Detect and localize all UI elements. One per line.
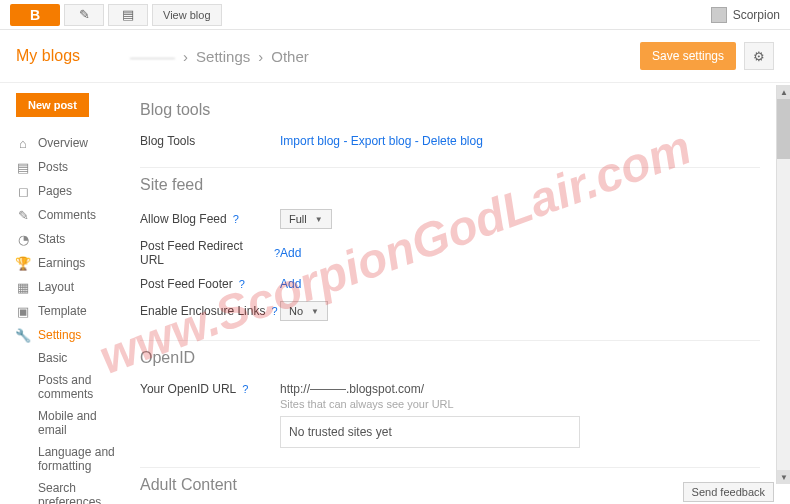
pencil-button[interactable]: ✎ (64, 4, 104, 26)
subnav-language[interactable]: Language and formatting (38, 441, 120, 477)
row-redirect-url: Post Feed Redirect URL? Add (140, 234, 760, 272)
header-actions: Save settings ⚙ (640, 42, 774, 70)
posts-icon: ▤ (16, 160, 30, 174)
row-feed-footer: Post Feed Footer? Add (140, 272, 760, 296)
row-blog-tools: Blog Tools Import blog - Export blog - D… (140, 129, 760, 153)
openid-value-block: http://———.blogspot.com/ Sites that can … (280, 382, 580, 448)
sidebar-item-comments[interactable]: ✎Comments (16, 203, 120, 227)
subnav-mobile-email[interactable]: Mobile and email (38, 405, 120, 441)
topbar-left: B ✎ ▤ View blog (10, 4, 222, 26)
main: New post ⌂Overview ▤Posts ◻Pages ✎Commen… (0, 83, 790, 502)
breadcrumb-other: Other (271, 48, 309, 65)
import-blog-link[interactable]: Import blog (280, 134, 340, 148)
scroll-thumb[interactable] (777, 99, 790, 159)
send-feedback-button[interactable]: Send feedback (683, 482, 774, 502)
redirect-add-link[interactable]: Add (280, 246, 301, 260)
sidebar-item-overview[interactable]: ⌂Overview (16, 131, 120, 155)
settings-subnav: Basic Posts and comments Mobile and emai… (16, 347, 120, 504)
openid-label: Your OpenID URL (140, 382, 236, 396)
footer-add-link[interactable]: Add (280, 277, 301, 291)
home-icon: ⌂ (16, 136, 30, 150)
divider (140, 340, 760, 341)
posts-list-button[interactable]: ▤ (108, 4, 148, 26)
breadcrumb-sep: › (183, 48, 188, 65)
earnings-icon: 🏆 (16, 256, 30, 270)
sidebar-item-stats[interactable]: ◔Stats (16, 227, 120, 251)
delete-blog-link[interactable]: Delete blog (422, 134, 483, 148)
section-openid-title: OpenID (140, 349, 760, 367)
sidebar-item-layout[interactable]: ▦Layout (16, 275, 120, 299)
topbar: B ✎ ▤ View blog Scorpion (0, 0, 790, 30)
layout-icon: ▦ (16, 280, 30, 294)
enclosure-dropdown[interactable]: No▼ (280, 301, 328, 321)
avatar (711, 7, 727, 23)
row-allow-feed: Allow Blog Feed? Full▼ (140, 204, 760, 234)
sidebar-item-label: Layout (38, 280, 74, 294)
divider (140, 467, 760, 468)
scrollbar[interactable]: ▲ ▼ (776, 85, 790, 484)
pencil-icon: ✎ (79, 7, 90, 22)
allow-feed-label: Allow Blog Feed (140, 212, 227, 226)
row-openid: Your OpenID URL? http://———.blogspot.com… (140, 377, 760, 453)
openid-subtext: Sites that can always see your URL (280, 398, 580, 410)
list-icon: ▤ (122, 7, 134, 22)
my-blogs-link[interactable]: My blogs (16, 47, 80, 65)
sidebar-item-label: Pages (38, 184, 72, 198)
scroll-up-arrow[interactable]: ▲ (777, 85, 790, 99)
sidebar-item-earnings[interactable]: 🏆Earnings (16, 251, 120, 275)
divider (140, 167, 760, 168)
footer-label: Post Feed Footer (140, 277, 233, 291)
stats-icon: ◔ (16, 232, 30, 246)
breadcrumb: ——— › Settings › Other (130, 48, 309, 65)
user-menu[interactable]: Scorpion (711, 7, 780, 23)
wrench-icon: 🔧 (16, 328, 30, 342)
section-blog-tools-title: Blog tools (140, 101, 760, 119)
sidebar-item-label: Stats (38, 232, 65, 246)
breadcrumb-settings[interactable]: Settings (196, 48, 250, 65)
scroll-down-arrow[interactable]: ▼ (777, 470, 790, 484)
view-blog-button[interactable]: View blog (152, 4, 222, 26)
help-icon[interactable]: ? (271, 305, 277, 317)
dropdown-value: No (289, 305, 303, 317)
header: My blogs ——— › Settings › Other Save set… (0, 30, 790, 83)
subnav-basic[interactable]: Basic (38, 347, 120, 369)
enclosure-label: Enable Enclosure Links (140, 304, 265, 318)
subnav-search[interactable]: Search preferences (38, 477, 120, 504)
export-blog-link[interactable]: Export blog (351, 134, 412, 148)
allow-feed-dropdown[interactable]: Full▼ (280, 209, 332, 229)
trusted-sites-box: No trusted sites yet (280, 416, 580, 448)
blog-tools-label: Blog Tools (140, 134, 280, 148)
openid-url: http://———.blogspot.com/ (280, 382, 580, 396)
content: Blog tools Blog Tools Import blog - Expo… (120, 83, 790, 502)
row-enclosure: Enable Enclosure Links? No▼ (140, 296, 760, 326)
section-adult-title: Adult Content (140, 476, 760, 494)
help-icon[interactable]: ? (242, 383, 248, 395)
sidebar-item-pages[interactable]: ◻Pages (16, 179, 120, 203)
sidebar-item-label: Earnings (38, 256, 85, 270)
breadcrumb-sep: › (258, 48, 263, 65)
sidebar-item-settings[interactable]: 🔧Settings (16, 323, 120, 347)
template-icon: ▣ (16, 304, 30, 318)
blog-tools-links: Import blog - Export blog - Delete blog (280, 134, 483, 148)
gear-icon: ⚙ (753, 49, 765, 64)
link-sep: - (415, 134, 422, 148)
section-site-feed-title: Site feed (140, 176, 760, 194)
pages-icon: ◻ (16, 184, 30, 198)
help-icon[interactable]: ? (239, 278, 245, 290)
sidebar-item-posts[interactable]: ▤Posts (16, 155, 120, 179)
dropdown-value: Full (289, 213, 307, 225)
comments-icon: ✎ (16, 208, 30, 222)
link-sep: - (343, 134, 350, 148)
blogger-logo-button[interactable]: B (10, 4, 60, 26)
new-post-button[interactable]: New post (16, 93, 89, 117)
sidebar-item-label: Posts (38, 160, 68, 174)
sidebar-item-template[interactable]: ▣Template (16, 299, 120, 323)
sidebar: New post ⌂Overview ▤Posts ◻Pages ✎Commen… (0, 83, 120, 502)
gear-button[interactable]: ⚙ (744, 42, 774, 70)
subnav-posts-comments[interactable]: Posts and comments (38, 369, 120, 405)
chevron-down-icon: ▼ (315, 215, 323, 224)
breadcrumb-blog[interactable]: ——— (130, 48, 175, 65)
redirect-label: Post Feed Redirect URL (140, 239, 268, 267)
help-icon[interactable]: ? (233, 213, 239, 225)
save-settings-button[interactable]: Save settings (640, 42, 736, 70)
